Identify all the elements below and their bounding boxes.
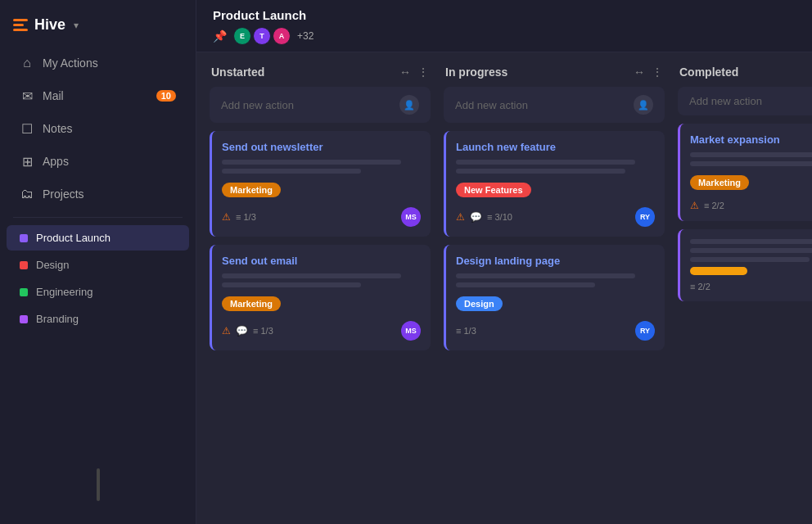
checklist-6: ≡ 2/2 — [690, 282, 710, 291]
add-action-avatar-unstarted: 👤 — [399, 95, 419, 115]
card-send-newsletter[interactable]: Send out newsletter Marketing ⚠ ≡ 1/3 MS — [210, 131, 431, 237]
project-dot-product-launch — [20, 234, 28, 242]
project-label-branding: Branding — [36, 313, 79, 325]
card-completed-2[interactable]: ≡ 2/2 — [678, 229, 812, 301]
card-footer-left-1: ⚠ ≡ 1/3 — [222, 211, 256, 223]
card-line-4b — [456, 282, 595, 287]
mail-badge: 10 — [156, 90, 176, 102]
column-header-completed: Completed — [678, 66, 812, 79]
card-footer-4: ≡ 1/3 RY — [456, 321, 655, 341]
card-send-email[interactable]: Send out email Marketing ⚠ 💬 ≡ 1/3 MS — [210, 245, 431, 350]
kanban-board: Unstarted ↔ ⋮ Add new action 👤 Send out … — [196, 52, 812, 524]
column-actions-unstarted: ↔ ⋮ — [399, 66, 429, 79]
column-actions-in-progress: ↔ ⋮ — [634, 66, 663, 79]
card-avatar-2: MS — [401, 321, 421, 341]
checklist-2: ≡ 1/3 — [253, 326, 273, 336]
avatar-e: E — [233, 27, 251, 45]
column-header-unstarted: Unstarted ↔ ⋮ — [210, 66, 431, 79]
card-footer-1: ⚠ ≡ 1/3 MS — [222, 207, 421, 227]
logo-text: Hive — [34, 16, 65, 34]
sidebar-item-apps[interactable]: ⊞ Apps — [7, 146, 189, 177]
yellow-tag-bar — [690, 267, 747, 275]
card-tag-4: Design — [456, 296, 503, 311]
add-action-in-progress[interactable]: Add new action 👤 — [444, 87, 665, 123]
project-dot-design — [20, 261, 28, 269]
sidebar-item-design[interactable]: Design — [7, 252, 189, 278]
warning-icon-3: ⚠ — [456, 211, 465, 223]
card-line-4a — [456, 273, 635, 278]
avatar-more-count: +32 — [297, 30, 314, 42]
main-header: Product Launch 📌 E T A +32 — [196, 0, 812, 52]
chat-icon-3: 💬 — [470, 211, 482, 223]
card-tag-5: Marketing — [690, 175, 749, 190]
card-line-1b — [222, 169, 361, 174]
column-header-in-progress: In progress ↔ ⋮ — [444, 66, 665, 79]
column-completed: Completed Add new action Market expansio… — [678, 66, 812, 511]
sidebar-divider — [13, 217, 183, 218]
card-title-5: Market expansion — [690, 133, 812, 146]
hive-logo-icon — [13, 19, 28, 31]
cards-in-progress: Launch new feature New Features ⚠ 💬 ≡ 3/… — [444, 131, 665, 511]
card-footer-6: ≡ 2/2 — [690, 282, 812, 291]
card-tag-1: Marketing — [222, 183, 281, 197]
card-market-expansion[interactable]: Market expansion Marketing ⚠ ≡ 2/2 — [678, 124, 812, 221]
card-footer-left-3: ⚠ 💬 ≡ 3/10 — [456, 211, 512, 223]
card-line-6b — [690, 248, 812, 253]
avatar-a: A — [273, 27, 291, 45]
column-title-in-progress: In progress — [445, 66, 508, 79]
expand-icon[interactable]: ↔ — [399, 66, 411, 79]
sidebar-item-engineering[interactable]: Engineering — [7, 279, 189, 305]
sidebar-label-notes: Notes — [43, 122, 73, 135]
sidebar-label-projects: Projects — [43, 187, 84, 201]
expand-icon-progress[interactable]: ↔ — [634, 66, 645, 79]
card-title-4: Design landing page — [456, 255, 655, 267]
main-content: Product Launch 📌 E T A +32 Unstarted ↔ ⋮… — [196, 0, 812, 524]
more-icon-progress[interactable]: ⋮ — [652, 66, 663, 79]
home-icon: ⌂ — [20, 56, 34, 70]
card-line-2b — [222, 282, 361, 287]
mail-icon: ✉ — [20, 88, 34, 103]
sidebar-item-mail[interactable]: ✉ Mail 10 — [7, 80, 189, 111]
column-title-completed: Completed — [679, 66, 738, 79]
card-footer-left-2: ⚠ 💬 ≡ 1/3 — [222, 325, 273, 337]
checklist-4: ≡ 1/3 — [456, 326, 476, 336]
sidebar-item-projects[interactable]: 🗂 Projects — [7, 178, 189, 210]
card-title-2: Send out email — [222, 255, 421, 267]
card-launch-feature[interactable]: Launch new feature New Features ⚠ 💬 ≡ 3/… — [444, 131, 665, 237]
card-line-6c — [690, 257, 810, 262]
sidebar-label-apps: Apps — [43, 155, 69, 168]
column-title-unstarted: Unstarted — [211, 66, 264, 79]
apps-icon: ⊞ — [20, 154, 34, 169]
logo-caret-icon: ▾ — [74, 20, 79, 31]
sidebar-item-notes[interactable]: ☐ Notes — [7, 113, 189, 144]
checklist-5: ≡ 2/2 — [704, 201, 724, 210]
notes-icon: ☐ — [20, 121, 34, 136]
avatar-stack: E T A — [233, 27, 291, 45]
projects-icon: 🗂 — [20, 187, 34, 201]
card-footer-left-6: ≡ 2/2 — [690, 282, 710, 291]
add-action-unstarted[interactable]: Add new action 👤 — [210, 87, 431, 123]
add-action-completed[interactable]: Add new action — [678, 87, 812, 115]
sidebar-item-branding[interactable]: Branding — [7, 306, 189, 332]
column-unstarted: Unstarted ↔ ⋮ Add new action 👤 Send out … — [210, 66, 431, 511]
avatar-t: T — [253, 27, 271, 45]
sidebar-item-product-launch[interactable]: Product Launch — [7, 225, 189, 251]
card-line-2a — [222, 273, 401, 278]
scrollbar-thumb — [97, 468, 100, 501]
more-icon[interactable]: ⋮ — [417, 66, 429, 79]
card-title-1: Send out newsletter — [222, 141, 421, 153]
add-action-label-unstarted: Add new action — [221, 99, 294, 111]
sidebar: Hive ▾ ⌂ My Actions ✉ Mail 10 ☐ Notes ⊞ … — [0, 0, 196, 524]
logo[interactable]: Hive ▾ — [0, 10, 196, 47]
card-footer-3: ⚠ 💬 ≡ 3/10 RY — [456, 207, 655, 227]
card-design-landing[interactable]: Design landing page Design ≡ 1/3 RY — [444, 245, 665, 350]
sidebar-label-mail: Mail — [43, 89, 64, 102]
cards-unstarted: Send out newsletter Marketing ⚠ ≡ 1/3 MS… — [210, 131, 431, 511]
card-avatar-3: RY — [635, 207, 655, 227]
add-action-label-completed: Add new action — [689, 95, 762, 107]
sidebar-item-my-actions[interactable]: ⌂ My Actions — [7, 47, 189, 79]
add-action-label-progress: Add new action — [455, 99, 528, 111]
card-footer-5: ⚠ ≡ 2/2 — [690, 200, 812, 211]
card-line-3b — [456, 169, 625, 174]
project-label-engineering: Engineering — [36, 286, 92, 298]
